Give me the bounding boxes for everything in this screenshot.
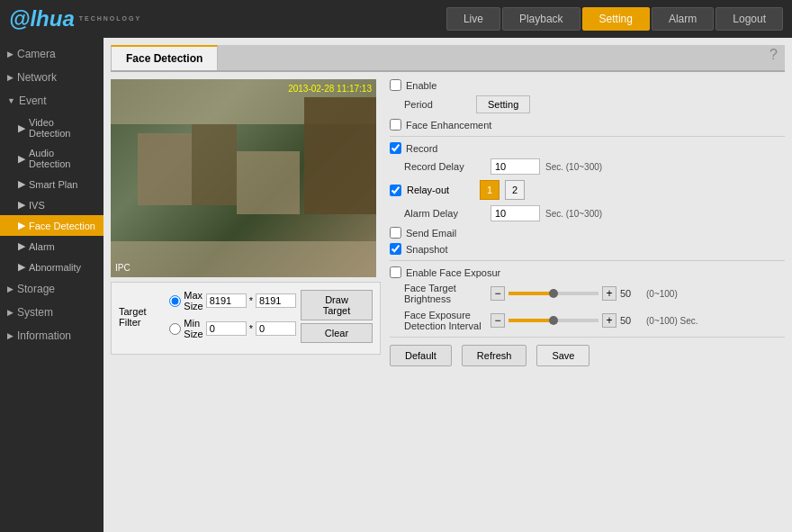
sidebar-storage-label: Storage (17, 283, 55, 295)
relay-btn-2[interactable]: 2 (505, 180, 525, 200)
enable-row: Enable (390, 79, 785, 91)
save-button[interactable]: Save (536, 345, 590, 366)
face-target-minus[interactable]: − (490, 286, 505, 301)
draw-target-button[interactable]: Draw Target (301, 290, 373, 320)
shelf (304, 97, 376, 214)
face-exposure-minus[interactable]: − (490, 313, 505, 328)
sidebar-information-label: Information (17, 329, 71, 342)
sidebar-network-label: Network (17, 71, 57, 84)
sidebar-item-network[interactable]: ▶ Network (0, 66, 104, 89)
default-button[interactable]: Default (390, 345, 452, 366)
nav-playback[interactable]: Playback (502, 7, 580, 31)
box3 (237, 151, 300, 214)
record-label: Record (406, 143, 437, 154)
relay-btn-1[interactable]: 1 (480, 180, 500, 200)
box2 (192, 124, 237, 205)
arrow-icon: ▶ (7, 331, 14, 340)
max-size-radio[interactable] (169, 295, 181, 307)
nav-buttons: Live Playback Setting Alarm Logout (446, 7, 783, 31)
face-exposure-track[interactable] (508, 319, 598, 322)
max-size-label: Max Size * (169, 290, 296, 311)
sidebar-item-face-detection[interactable]: ▶ Face Detection (0, 215, 104, 236)
alarm-delay-row: Alarm Delay Sec. (10~300) (390, 205, 785, 221)
face-target-range: (0~100) (646, 289, 678, 299)
x-separator: * (249, 295, 253, 306)
face-target-value: 50 (620, 288, 643, 299)
min-width-input[interactable] (206, 321, 247, 336)
min-size-radio[interactable] (169, 323, 181, 335)
clear-button[interactable]: Clear (301, 323, 373, 343)
record-checkbox[interactable] (390, 142, 401, 154)
record-row: Record (390, 142, 785, 154)
face-exposure-range: (0~100) Sec. (646, 316, 698, 326)
arrow-icon: ▶ (7, 73, 14, 82)
face-exposure-fill (508, 319, 554, 322)
sidebar-item-video-detection[interactable]: ▶ Video Detection (0, 113, 104, 143)
arrow-icon: ▶ (18, 261, 25, 273)
arrow-icon: ▶ (7, 308, 14, 317)
floor (111, 241, 376, 277)
snapshot-label: Snapshot (406, 244, 447, 255)
face-target-track[interactable] (508, 292, 598, 295)
face-exposure-row: Face ExposureDetection Interval − + 50 (… (390, 310, 785, 331)
sidebar-item-system[interactable]: ▶ System (0, 301, 104, 324)
record-delay-label: Record Delay (404, 161, 485, 172)
min-height-input[interactable] (256, 321, 296, 336)
arrow-down-icon: ▼ (7, 96, 15, 105)
nav-live[interactable]: Live (446, 7, 500, 31)
max-width-input[interactable] (206, 293, 247, 308)
logo-sub: TECHNOLOGY (79, 15, 141, 22)
face-exposur-checkbox[interactable] (390, 266, 401, 278)
settings-panel: Enable Period Setting Face Enhancement R… (390, 79, 785, 372)
action-buttons-row: Default Refresh Save (390, 345, 785, 366)
enable-checkbox[interactable] (390, 79, 401, 91)
relay-out-checkbox[interactable] (390, 185, 401, 196)
face-enhancement-row: Face Enhancement (390, 119, 785, 131)
send-email-checkbox[interactable] (390, 227, 401, 239)
face-target-slider-container: − + 50 (0~100) (490, 286, 678, 301)
sidebar-item-camera[interactable]: ▶ Camera (0, 42, 104, 66)
period-setting-button[interactable]: Setting (476, 95, 530, 113)
target-filter: Target Filter Max Size * M (111, 282, 381, 355)
face-enhancement-label: Face Enhancement (406, 120, 491, 131)
sidebar-item-ivs[interactable]: ▶ IVS (0, 194, 104, 215)
face-enhancement-checkbox[interactable] (390, 119, 401, 131)
arrow-icon: ▶ (18, 122, 25, 134)
sidebar: ▶ Camera ▶ Network ▼ Event ▶ Video Detec… (0, 38, 104, 532)
nav-setting[interactable]: Setting (582, 7, 650, 31)
arrow-icon: ▶ (7, 284, 14, 293)
send-email-label: Send Email (406, 228, 456, 239)
face-exposure-plus[interactable]: + (602, 313, 616, 328)
video-label: IPC (115, 263, 130, 273)
period-label: Period (390, 99, 471, 110)
sidebar-item-smart-plan[interactable]: ▶ Smart Plan (0, 174, 104, 194)
sidebar-item-event[interactable]: ▼ Event (0, 89, 104, 113)
sidebar-item-audio-detection[interactable]: ▶ Audio Detection (0, 143, 104, 174)
refresh-button[interactable]: Refresh (462, 345, 527, 366)
face-target-thumb[interactable] (549, 289, 558, 298)
tab-face-detection[interactable]: Face Detection (111, 45, 218, 70)
max-height-input[interactable] (256, 293, 296, 308)
sidebar-item-abnormality[interactable]: ▶ Abnormality (0, 257, 104, 277)
sidebar-item-storage[interactable]: ▶ Storage (0, 277, 104, 301)
face-target-plus[interactable]: + (602, 286, 616, 301)
alarm-delay-sec: Sec. (10~300) (545, 209, 602, 219)
relay-out-label: Relay-out (407, 185, 474, 195)
arrow-icon: ▶ (7, 50, 14, 59)
sidebar-item-alarm[interactable]: ▶ Alarm (0, 236, 104, 257)
face-exposure-thumb[interactable] (549, 316, 558, 325)
sidebar-item-information[interactable]: ▶ Information (0, 324, 104, 347)
arrow-icon: ▶ (18, 199, 25, 211)
nav-logout[interactable]: Logout (716, 7, 783, 31)
divider2 (390, 260, 785, 261)
box1 (138, 133, 192, 205)
face-exposure-slider-container: − + 50 (0~100) Sec. (490, 313, 698, 328)
x-separator2: * (249, 323, 253, 334)
alarm-delay-input[interactable] (490, 205, 540, 221)
divider1 (390, 136, 785, 137)
snapshot-checkbox[interactable] (390, 243, 401, 255)
video-timestamp: 2013-02-28 11:17:13 (288, 84, 372, 94)
help-icon[interactable]: ? (762, 45, 785, 70)
nav-alarm[interactable]: Alarm (652, 7, 714, 31)
record-delay-input[interactable] (490, 158, 540, 175)
